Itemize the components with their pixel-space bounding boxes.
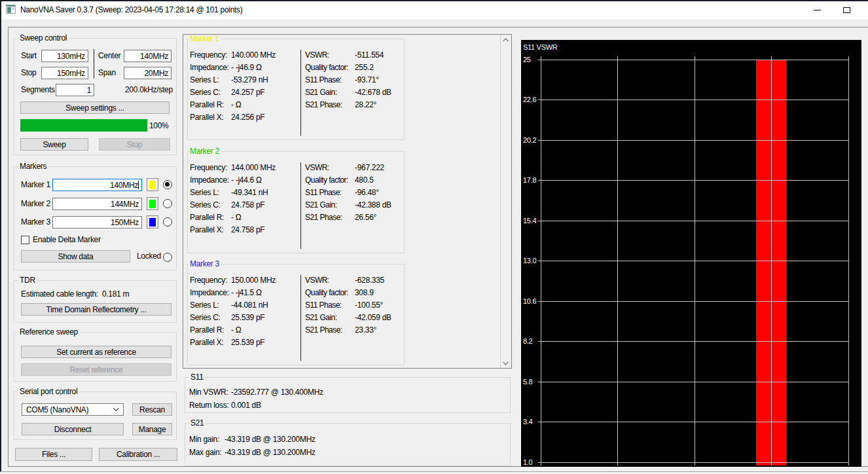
svg-text:1.0: 1.0 xyxy=(523,458,533,466)
svg-text:20.2: 20.2 xyxy=(523,136,536,144)
svg-text:25: 25 xyxy=(523,56,531,64)
svg-text:22.6: 22.6 xyxy=(523,96,536,103)
svg-text:8.2: 8.2 xyxy=(523,337,533,345)
svg-text:10.6: 10.6 xyxy=(523,297,536,305)
svg-text:15.4: 15.4 xyxy=(523,217,536,225)
svg-text:3.4: 3.4 xyxy=(523,418,533,426)
svg-text:S11 VSWR: S11 VSWR xyxy=(523,43,558,51)
svg-text:5.8: 5.8 xyxy=(523,378,533,386)
svg-text:17.8: 17.8 xyxy=(523,176,536,184)
svg-text:13.0: 13.0 xyxy=(523,257,536,264)
